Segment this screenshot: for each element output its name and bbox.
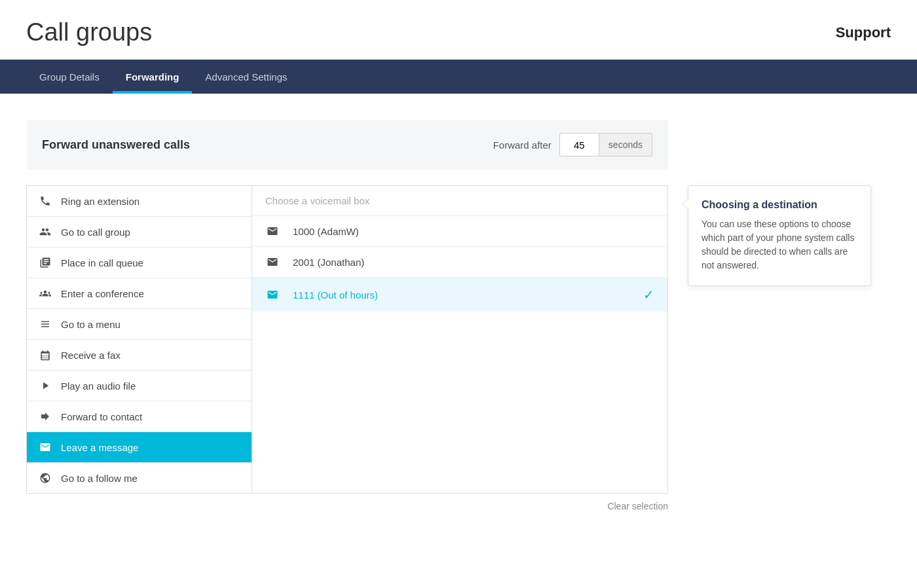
option-forward-contact[interactable]: Forward to contact [27, 401, 252, 432]
help-text: You can use these options to choose whic… [702, 217, 857, 272]
option-go-to-menu[interactable]: Go to a menu [27, 309, 252, 340]
option-receive-fax[interactable]: Receive a fax [27, 340, 252, 371]
page-header: Call groups Support [0, 0, 917, 60]
option-forward-contact-label: Forward to contact [61, 411, 142, 422]
forward-unanswered-section: Forward unanswered calls Forward after s… [26, 120, 668, 170]
fax-icon [37, 349, 53, 361]
option-play-audio-label: Play an audio file [61, 380, 136, 392]
forward-icon [37, 411, 53, 422]
seconds-badge: seconds [599, 133, 652, 156]
support-label: Support [836, 24, 891, 41]
option-place-in-call-queue[interactable]: Place in call queue [27, 248, 252, 278]
page-title: Call groups [26, 18, 152, 46]
selected-check-icon: ✓ [643, 287, 654, 303]
option-go-to-call-group-label: Go to call group [61, 227, 130, 238]
option-enter-conference[interactable]: Enter a conference [27, 278, 252, 309]
forward-after-label: Forward after [493, 139, 552, 151]
forward-seconds-input[interactable] [559, 133, 599, 156]
phone-icon [37, 195, 53, 207]
menu-icon [37, 318, 53, 330]
nav-bar: Group Details Forwarding Advanced Settin… [0, 60, 917, 94]
option-receive-fax-label: Receive a fax [61, 350, 121, 361]
voicemail-icon-3 [265, 289, 284, 301]
voicemail-item-2001[interactable]: 2001 (Jonathan) [252, 247, 667, 278]
voicemail-item-1000[interactable]: 1000 (AdamW) [252, 216, 667, 247]
option-go-follow-me[interactable]: Go to a follow me [27, 463, 252, 493]
option-place-in-call-queue-label: Place in call queue [61, 257, 143, 268]
voicemail-item-1111[interactable]: 1111 (Out of hours) ✓ [252, 278, 667, 312]
voicemail-icon-2 [265, 256, 284, 268]
option-go-follow-me-label: Go to a follow me [61, 473, 138, 484]
voicemail-label-1000: 1000 (AdamW) [293, 226, 359, 237]
option-go-to-call-group[interactable]: Go to call group [27, 217, 252, 248]
tab-group-details[interactable]: Group Details [26, 60, 113, 94]
help-title: Choosing a destination [702, 199, 857, 211]
option-leave-message-label: Leave a message [61, 442, 138, 453]
forward-title: Forward unanswered calls [42, 138, 493, 152]
tab-advanced-settings[interactable]: Advanced Settings [192, 60, 300, 94]
audio-icon [37, 380, 53, 392]
option-ring-extension-label: Ring an extension [61, 196, 140, 207]
message-icon [37, 441, 53, 453]
option-leave-message[interactable]: Leave a message [27, 432, 252, 463]
clear-selection-container: Clear selection [26, 494, 668, 519]
conference-icon [37, 287, 53, 299]
option-play-audio[interactable]: Play an audio file [27, 371, 252, 401]
option-ring-extension[interactable]: Ring an extension [27, 186, 252, 217]
options-panel: Ring an extension Go to call group Place… [26, 185, 252, 494]
clear-selection-link[interactable]: Clear selection [607, 501, 668, 511]
voicemail-icon-1 [265, 225, 284, 237]
content-panel: Choose a voicemail box 1000 (AdamW) 2001… [252, 185, 668, 494]
globe-icon [37, 472, 53, 484]
main-content: Forward unanswered calls Forward after s… [0, 94, 917, 532]
queue-icon [37, 257, 53, 268]
panel-container: Ring an extension Go to call group Place… [26, 185, 668, 494]
option-enter-conference-label: Enter a conference [61, 288, 144, 299]
group-icon [37, 226, 53, 238]
option-go-to-menu-label: Go to a menu [61, 319, 121, 330]
help-tooltip: Choosing a destination You can use these… [688, 185, 871, 286]
voicemail-label-2001: 2001 (Jonathan) [293, 257, 364, 268]
voicemail-label-1111: 1111 (Out of hours) [293, 289, 378, 301]
voicemail-header: Choose a voicemail box [252, 186, 667, 216]
tab-forwarding[interactable]: Forwarding [113, 60, 193, 94]
